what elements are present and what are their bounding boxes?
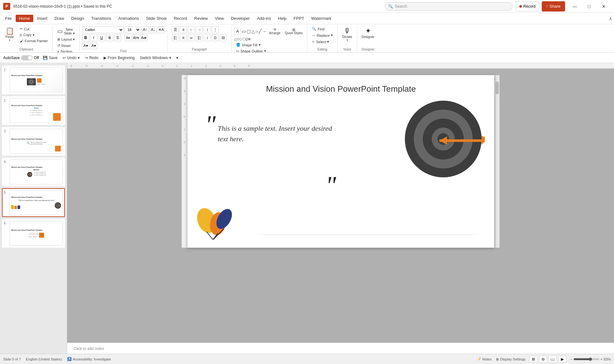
menu-fppt[interactable]: FPPT bbox=[290, 15, 307, 22]
autosave-switch[interactable] bbox=[21, 55, 33, 60]
notes-area[interactable]: Click to add notes bbox=[67, 343, 614, 354]
close-button[interactable]: ✕ bbox=[596, 1, 611, 12]
columns-button[interactable]: ⋮ bbox=[212, 26, 219, 33]
menu-record[interactable]: Record bbox=[170, 15, 190, 22]
align-center-button[interactable]: ≡ bbox=[180, 34, 187, 41]
replace-button[interactable]: ↔ Replace ▾ bbox=[310, 33, 335, 38]
normal-view-button[interactable]: ⊞ bbox=[529, 356, 538, 363]
accessibility-status[interactable]: ♿ Accessibility: Investigate bbox=[67, 357, 111, 361]
section-button[interactable]: ≡ Section bbox=[55, 49, 77, 52]
notes-status-button[interactable]: 📝 Notes bbox=[476, 357, 492, 361]
switch-windows-button[interactable]: Switch Windows ▾ bbox=[138, 55, 172, 61]
menu-transitions[interactable]: Transitions bbox=[88, 15, 114, 22]
shape-arrow[interactable]: → bbox=[262, 29, 266, 34]
zoom-out-icon[interactable]: − bbox=[570, 357, 572, 361]
menu-animations[interactable]: Animations bbox=[115, 15, 142, 22]
highlight-button[interactable]: A▾ bbox=[82, 42, 89, 49]
reading-view-button[interactable]: 📖 bbox=[548, 356, 557, 363]
arrange-button[interactable]: ⧉ Arrange bbox=[267, 26, 282, 36]
share-button[interactable]: ↑ Share bbox=[542, 1, 565, 12]
slide-canvas[interactable]: Mission and Vision PowerPoint Template "… bbox=[187, 75, 494, 248]
copy-button[interactable]: ⎘ Copy ▾ bbox=[18, 32, 50, 38]
customize-quick-access[interactable]: ▾ bbox=[175, 55, 179, 61]
from-beginning-button[interactable]: ▶ From Beginning bbox=[102, 55, 136, 61]
align-left-button[interactable]: ⬱ bbox=[172, 34, 179, 41]
menu-draw[interactable]: Draw bbox=[51, 15, 67, 22]
shape-round-rect[interactable]: ▢ bbox=[247, 29, 251, 34]
quick-styles-button[interactable]: ▨ Quick Styles bbox=[283, 27, 305, 36]
menu-addins[interactable]: Add-ins bbox=[254, 15, 274, 22]
bold-button[interactable]: B bbox=[82, 34, 89, 41]
font-family-select[interactable]: Calibri bbox=[82, 26, 124, 33]
menu-review[interactable]: Review bbox=[191, 15, 211, 22]
dictate-button[interactable]: 🎙 Dictate ▾ bbox=[340, 26, 354, 43]
ribbon-collapse[interactable]: ∧ bbox=[609, 16, 612, 21]
new-slide-button[interactable]: ▭ NewSlide ▾ bbox=[55, 26, 77, 37]
menu-insert[interactable]: Insert bbox=[34, 15, 51, 22]
slide-thumb-4[interactable]: 4 Mission and Vision PowerPoint Template… bbox=[2, 158, 65, 186]
increase-indent-button[interactable]: → bbox=[196, 26, 203, 33]
shape-oval[interactable]: ○ bbox=[256, 29, 258, 34]
shape-rect[interactable]: ▭ bbox=[242, 29, 246, 34]
text-direction-button[interactable]: ↕ bbox=[204, 34, 211, 41]
save-quick-button[interactable]: 💾 Save bbox=[42, 55, 59, 61]
maximize-button[interactable]: □ bbox=[582, 1, 596, 12]
cut-button[interactable]: ✂ Cut bbox=[18, 26, 50, 32]
paste-button[interactable]: 📋 Paste ▾ bbox=[3, 26, 17, 43]
zoom-slider[interactable] bbox=[574, 358, 599, 360]
menu-developer[interactable]: Developer bbox=[228, 15, 253, 22]
italic-button[interactable]: I bbox=[90, 34, 97, 41]
zoom-handle[interactable] bbox=[589, 358, 592, 361]
slide-thumb-5[interactable]: 5 Mission and Vision PowerPoint Template… bbox=[2, 188, 65, 217]
shape-triangle[interactable]: △ bbox=[251, 29, 255, 34]
quote-text[interactable]: This is a sample text. Insert your desir… bbox=[218, 123, 341, 144]
shadow-button[interactable]: S bbox=[114, 34, 121, 41]
minimize-button[interactable]: — bbox=[568, 1, 582, 12]
undo-button[interactable]: ↩ Undo ▾ bbox=[61, 55, 81, 61]
font-shrink-button[interactable]: A↓ bbox=[150, 26, 157, 33]
font-grow-button[interactable]: A↑ bbox=[142, 26, 149, 33]
zoom-in-icon[interactable]: + bbox=[601, 357, 602, 361]
layout-button[interactable]: ⊞ Layout ▾ bbox=[55, 37, 77, 42]
shape-fill-button[interactable]: 🪣 Shape Fill ▾ bbox=[234, 42, 268, 48]
strikethrough-button[interactable]: S bbox=[106, 34, 113, 41]
decrease-indent-button[interactable]: ← bbox=[188, 26, 195, 33]
slide-thumb-6[interactable]: 6 Mission and Vision PowerPoint Template… bbox=[2, 219, 65, 248]
convert-smartart-button[interactable]: ⊙ bbox=[212, 34, 219, 41]
slide-sorter-button[interactable]: ⧉ bbox=[539, 356, 547, 363]
redo-button[interactable]: ↪ Redo bbox=[83, 55, 100, 61]
text-color-button[interactable]: A▾ bbox=[90, 42, 97, 49]
menu-view[interactable]: View bbox=[212, 15, 227, 22]
menu-design[interactable]: Design bbox=[68, 15, 87, 22]
numbering-button[interactable]: ≡ bbox=[180, 26, 187, 33]
record-button[interactable]: Record bbox=[516, 1, 539, 12]
char-spacing-button[interactable]: AV▾ bbox=[132, 34, 139, 41]
change-case-button[interactable]: Aa▾ bbox=[140, 34, 147, 41]
slideshow-view-button[interactable]: ▶ bbox=[558, 356, 566, 363]
justify-button[interactable]: ⬱ bbox=[196, 34, 203, 41]
menu-slideshow[interactable]: Slide Show bbox=[143, 15, 170, 22]
shape-more-2[interactable]: ⬡{}⊕ bbox=[242, 37, 251, 41]
font-color-button[interactable]: A▾ bbox=[124, 34, 131, 41]
menu-help[interactable]: Help bbox=[275, 15, 290, 22]
line-spacing-button[interactable]: ↕ bbox=[204, 26, 211, 33]
bullets-button[interactable]: ☰ bbox=[172, 26, 179, 33]
find-button[interactable]: 🔍 Find bbox=[310, 26, 335, 32]
shape-more-1[interactable]: △▽◇ bbox=[234, 37, 242, 41]
select-button[interactable]: ⊹ Select ▾ bbox=[310, 39, 335, 44]
text-align-vert-button[interactable]: ⊟ bbox=[220, 34, 227, 41]
clear-format-button[interactable]: ✕A bbox=[158, 26, 165, 33]
menu-watermark[interactable]: Watermark bbox=[308, 15, 335, 22]
designer-button[interactable]: ✦ Designer bbox=[360, 26, 376, 40]
font-size-select[interactable]: 18 bbox=[125, 26, 141, 33]
align-right-button[interactable]: ⬰ bbox=[188, 34, 195, 41]
canvas-scrollbar[interactable] bbox=[495, 75, 500, 248]
slide-thumb-3[interactable]: 3 Mission and Vision PowerPoint Template… bbox=[2, 127, 65, 156]
shape-outline-button[interactable]: ▭ Shape Outline ▾ bbox=[234, 48, 268, 52]
menu-file[interactable]: File bbox=[2, 15, 15, 22]
search-box[interactable]: 🔍 Search bbox=[385, 2, 513, 11]
reset-button[interactable]: ↺ Reset bbox=[55, 43, 77, 48]
textbox-button[interactable]: A bbox=[234, 28, 241, 35]
menu-home[interactable]: Home bbox=[16, 15, 33, 22]
format-painter-button[interactable]: 🖌 Format Painter bbox=[18, 38, 50, 43]
